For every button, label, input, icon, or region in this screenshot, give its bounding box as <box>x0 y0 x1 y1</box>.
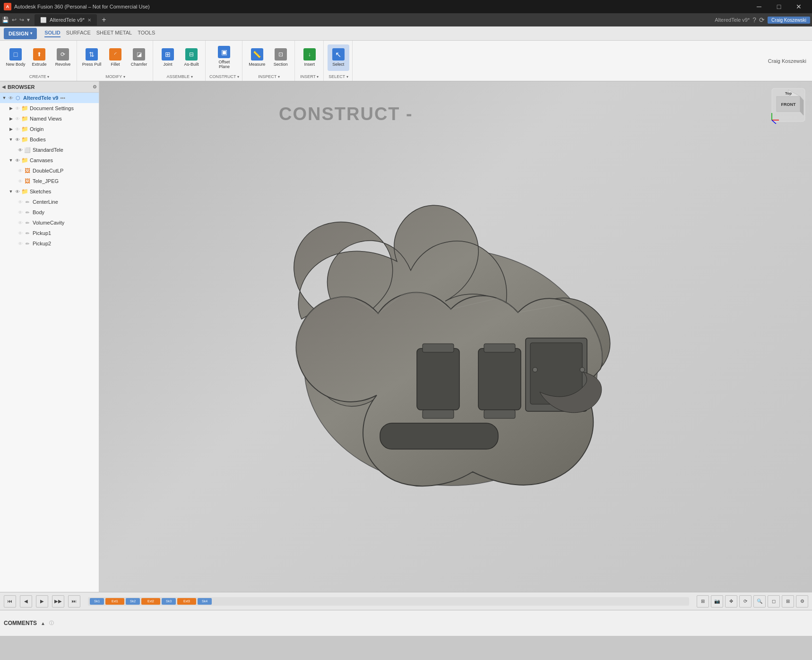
centerline-eye[interactable]: 👁 <box>17 199 24 205</box>
viewports-btn[interactable]: ⊞ <box>782 595 794 608</box>
toolbar-section-create: □ New Body ⬆ Extrude ⟳ Revolve CR <box>2 41 77 81</box>
minimize-button[interactable]: ─ <box>750 0 769 13</box>
modify-btn-chamfer[interactable]: ◪ Chamfer <box>128 44 150 71</box>
close-button[interactable]: ✕ <box>789 0 808 13</box>
nav-play-btn[interactable]: ▶ <box>36 595 48 608</box>
bodies-eye[interactable]: 👁 <box>14 136 21 143</box>
capture-btn[interactable]: 📷 <box>711 595 723 608</box>
tree-item-canvases[interactable]: ▼ 👁 📁 Canvases <box>0 155 99 165</box>
nav-end-btn[interactable]: ⏭ <box>68 595 80 608</box>
display-btn[interactable]: ◻ <box>768 595 780 608</box>
tab-solid[interactable]: SOLID <box>44 30 60 37</box>
tab-surface[interactable]: SURFACE <box>66 30 91 37</box>
sketches-expand[interactable]: ▼ <box>8 188 14 195</box>
tree-item-root[interactable]: ▼ 👁 ⬡ AlteredTele v9 ••• <box>0 93 99 103</box>
timeline-item-sketch3[interactable]: Sk3 <box>162 598 176 605</box>
tree-item-doc-settings[interactable]: ▶ 👁 📁 Document Settings <box>0 103 99 113</box>
volume-cavity-eye[interactable]: 👁 <box>17 219 24 226</box>
zoom-btn[interactable]: 🔍 <box>753 595 766 608</box>
grid-btn[interactable]: ⊞ <box>697 595 709 608</box>
select-btn[interactable]: ↖ Select <box>328 44 349 71</box>
named-views-eye[interactable]: 👁 <box>14 115 21 122</box>
origin-expand[interactable]: ▶ <box>8 126 14 132</box>
modify-btn-fillet[interactable]: ◜ Fillet <box>104 44 126 71</box>
doc-settings-eye[interactable]: 👁 <box>14 105 21 112</box>
origin-eye[interactable]: 👁 <box>14 126 21 132</box>
timeline-item-sketch2[interactable]: Sk2 <box>126 598 140 605</box>
tree-item-bodies[interactable]: ▼ 👁 📁 Bodies <box>0 134 99 145</box>
pan-btn[interactable]: ✥ <box>725 595 737 608</box>
tab-model[interactable]: ⬜ AlteredTele v9* ✕ <box>35 14 97 26</box>
root-expand[interactable]: ▼ <box>1 95 8 101</box>
modify-btn-press-pull[interactable]: ⇅ Press Pull <box>81 44 103 71</box>
view-cube[interactable]: Top FRONT <box>769 86 807 124</box>
create-btn-new-body[interactable]: □ New Body <box>5 44 26 71</box>
timeline-item-extrude2[interactable]: Ext2 <box>141 598 160 605</box>
tele-jpeg-eye[interactable]: 👁 <box>17 178 24 184</box>
timeline-item-extrude3[interactable]: Ext3 <box>177 598 196 605</box>
tree-item-centerline[interactable]: 👁 ✏ CenterLine <box>0 197 99 207</box>
create-btn-revolve[interactable]: ⟳ Revolve <box>52 44 74 71</box>
construct-btn-offset-plane[interactable]: ▣ Offset Plane <box>213 44 235 71</box>
tab-close-btn[interactable]: ✕ <box>87 17 91 23</box>
create-btn-extrude[interactable]: ⬆ Extrude <box>28 44 50 71</box>
timeline-item-sketch4[interactable]: Sk4 <box>198 598 212 605</box>
body-sketch-eye[interactable]: 👁 <box>17 209 24 216</box>
comments-info-icon[interactable]: ⓘ <box>49 620 54 626</box>
tree-item-body-sketch[interactable]: 👁 ✏ Body <box>0 207 99 217</box>
quick-access-more[interactable]: ▾ <box>27 17 30 23</box>
tree-item-pickup2[interactable]: 👁 ✏ Pickup2 <box>0 238 99 249</box>
nav-next-btn[interactable]: ▶▶ <box>52 595 64 608</box>
standard-tele-eye[interactable]: 👁 <box>17 147 24 153</box>
orbit-btn[interactable]: ⟳ <box>739 595 752 608</box>
tab-tools[interactable]: TOOLS <box>138 30 155 37</box>
browser-collapse-icon[interactable]: ◀ <box>2 84 6 89</box>
timeline-item-extrude1[interactable]: Ext1 <box>105 598 124 605</box>
refresh-icon[interactable]: ⟳ <box>759 16 765 24</box>
canvases-eye[interactable]: 👁 <box>14 157 21 164</box>
tree-item-tele-jpeg[interactable]: 👁 🖼 Tele_JPEG <box>0 176 99 186</box>
inspect-btn-section[interactable]: ⊡ Section <box>270 44 292 71</box>
inspect-btn-measure[interactable]: 📏 Measure <box>246 44 268 71</box>
tree-item-double-cut[interactable]: 👁 🖼 DoubleCutLP <box>0 165 99 176</box>
double-cut-eye[interactable]: 👁 <box>17 167 24 174</box>
root-eye[interactable]: 👁 <box>8 95 14 101</box>
timeline-track[interactable]: Sk1 Ext1 Sk2 Ext2 Sk3 Ext3 Sk4 <box>88 597 689 606</box>
svg-point-10 <box>533 367 537 372</box>
maximize-button[interactable]: □ <box>769 0 788 13</box>
3d-viewport[interactable]: CONSTRUCT - <box>99 81 812 592</box>
named-views-expand[interactable]: ▶ <box>8 115 14 122</box>
comments-toggle[interactable]: ▲ <box>41 621 45 626</box>
doc-settings-expand[interactable]: ▶ <box>8 105 14 112</box>
tree-item-named-views[interactable]: ▶ 👁 📁 Named Views <box>0 113 99 124</box>
quick-access-save[interactable]: 💾 <box>2 17 9 23</box>
tree-item-sketches[interactable]: ▼ 👁 📁 Sketches <box>0 186 99 197</box>
tree-item-standard-tele[interactable]: 👁 ⬜ StandardTele <box>0 145 99 155</box>
quick-access-undo[interactable]: ↩ <box>12 17 17 23</box>
design-dropdown-button[interactable]: DESIGN ▾ <box>4 28 37 39</box>
assemble-btn-joint[interactable]: ⊞ Joint <box>157 44 179 71</box>
quick-access-redo[interactable]: ↪ <box>19 17 24 23</box>
tree-item-volume-cavity[interactable]: 👁 ✏ VolumeCavity <box>0 217 99 228</box>
canvases-expand[interactable]: ▼ <box>8 157 14 164</box>
tab-icon: ⬜ <box>40 17 47 23</box>
root-options-btn[interactable]: ••• <box>60 96 65 101</box>
nav-prev-btn[interactable]: ◀ <box>20 595 32 608</box>
assemble-btn-as-built[interactable]: ⊟ As-Built <box>181 44 202 71</box>
pickup2-eye[interactable]: 👁 <box>17 240 24 247</box>
user-account[interactable]: Craig Koszewski <box>768 17 810 24</box>
settings-btn[interactable]: ⚙ <box>796 595 808 608</box>
bodies-expand[interactable]: ▼ <box>8 136 14 143</box>
insert-btn[interactable]: ↓ Insert <box>299 44 320 71</box>
tree-item-pickup1[interactable]: 👁 ✏ Pickup1 <box>0 228 99 238</box>
tab-sheet-metal[interactable]: SHEET METAL <box>96 30 132 37</box>
nav-home-btn[interactable]: ⏮ <box>4 595 16 608</box>
timeline-item-sketch1[interactable]: Sk1 <box>90 598 104 605</box>
browser-options-icon[interactable]: ⚙ <box>93 84 97 89</box>
sketches-eye[interactable]: 👁 <box>14 188 21 195</box>
pickup1-eye[interactable]: 👁 <box>17 230 24 236</box>
toolbar-section-select: ↖ Select SELECT ▾ <box>325 41 353 81</box>
tab-add-button[interactable]: + <box>99 15 109 25</box>
help-icon[interactable]: ? <box>752 16 756 24</box>
tree-item-origin[interactable]: ▶ 👁 📁 Origin <box>0 124 99 134</box>
